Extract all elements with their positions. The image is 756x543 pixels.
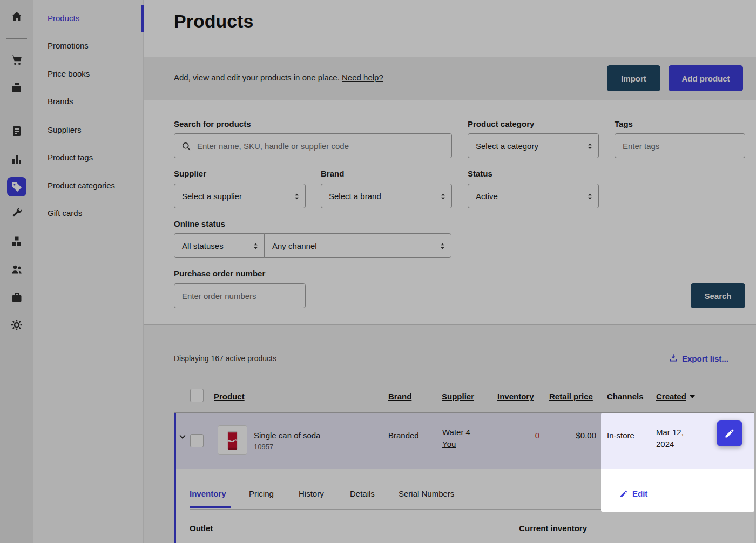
column-header-channels: Channels [607, 392, 644, 401]
tab-pricing[interactable]: Pricing [249, 489, 274, 498]
gear-icon[interactable] [10, 318, 23, 331]
tab-details[interactable]: Details [350, 489, 375, 498]
home-icon[interactable] [10, 10, 23, 23]
created-label: Created [656, 392, 686, 401]
purchase-order-field [174, 283, 306, 308]
brand-select[interactable]: Select a brand [321, 184, 452, 208]
column-header-inventory[interactable]: Inventory [497, 392, 534, 401]
ledger-icon[interactable] [10, 125, 23, 138]
sidebar-item-products[interactable]: Products [33, 12, 144, 25]
download-icon [669, 353, 678, 364]
supplier-select[interactable]: Select a supplier [174, 184, 306, 208]
stepper-icon [253, 242, 259, 252]
users-icon[interactable] [10, 263, 23, 276]
select-all-checkbox[interactable] [190, 389, 204, 402]
products-sidebar: Products Promotions Price books Brands S… [33, 0, 144, 543]
outlet-column-label: Outlet [190, 524, 213, 533]
product-thumbnail [218, 425, 247, 455]
category-label: Product category [468, 119, 534, 128]
search-label: Search for products [174, 119, 251, 128]
sidebar-item-product-tags[interactable]: Product tags [33, 151, 144, 164]
tab-history[interactable]: History [299, 489, 324, 498]
status-label: Status [468, 169, 492, 178]
intro-banner: Add, view and edit your products in one … [144, 57, 756, 100]
tab-inventory[interactable]: Inventory [190, 489, 226, 498]
online-status-label: Online status [174, 219, 225, 228]
need-help-link[interactable]: Need help? [342, 73, 383, 82]
stepper-icon [294, 192, 300, 202]
expanded-row-accent-bar [174, 413, 176, 543]
column-header-retail-price[interactable]: Retail price [549, 392, 593, 401]
row-inventory-value: 0 [497, 431, 539, 440]
stepper-icon [587, 192, 593, 202]
product-sku: 10957 [254, 443, 273, 451]
tags-field [615, 133, 745, 158]
stepper-icon [440, 242, 446, 252]
product-search-field [174, 133, 452, 158]
sidebar-item-promotions[interactable]: Promotions [33, 39, 144, 52]
tag-icon-active[interactable] [7, 177, 26, 196]
stepper-icon [587, 142, 593, 152]
supplier-label: Supplier [174, 169, 206, 178]
current-inventory-column-label: Current inventory [511, 524, 587, 533]
row-supplier-link[interactable]: Water 4 You [442, 426, 476, 450]
import-button[interactable]: Import [607, 65, 660, 91]
column-header-brand[interactable]: Brand [388, 392, 411, 401]
wrench-icon[interactable] [10, 207, 23, 220]
chart-icon[interactable] [10, 153, 23, 166]
briefcase-icon[interactable] [10, 291, 23, 304]
register-icon[interactable] [10, 81, 23, 94]
add-product-button[interactable]: Add product [669, 65, 743, 91]
table-header-row: Product Brand Supplier Inventory Retail … [174, 378, 754, 413]
page-title: Products [174, 11, 253, 32]
purchase-order-input[interactable] [174, 284, 305, 308]
boxes-icon[interactable] [10, 235, 23, 248]
status-select-value: Active [476, 192, 498, 201]
sidebar-item-brands[interactable]: Brands [33, 95, 144, 108]
tabs-divider [190, 509, 601, 510]
search-icon [181, 141, 192, 154]
tags-input[interactable] [615, 134, 745, 158]
banner-text: Add, view and edit your products in one … [174, 73, 383, 82]
export-list-label: Export list... [682, 354, 728, 363]
supplier-select-value: Select a supplier [182, 192, 242, 201]
search-button[interactable]: Search [691, 283, 745, 308]
column-header-product[interactable]: Product [214, 392, 245, 401]
online-status-select[interactable]: All statuses [174, 233, 265, 258]
products-page: Products Promotions Price books Brands S… [0, 0, 756, 543]
sidebar-item-price-books[interactable]: Price books [33, 67, 144, 80]
category-select[interactable]: Select a category [468, 133, 599, 158]
search-input[interactable] [174, 134, 451, 158]
cart-icon[interactable] [10, 53, 23, 66]
online-channel-select-value: Any channel [272, 241, 317, 250]
tour-spotlight [601, 413, 754, 512]
row-checkbox[interactable] [190, 434, 204, 447]
column-header-supplier[interactable]: Supplier [442, 392, 474, 401]
online-channel-select[interactable]: Any channel [264, 233, 451, 258]
pencil-icon [724, 428, 735, 439]
status-select[interactable]: Active [468, 184, 599, 208]
category-select-value: Select a category [476, 141, 538, 151]
sort-caret-icon [690, 395, 695, 398]
stepper-icon [440, 192, 446, 202]
export-list-link[interactable]: Export list... [669, 353, 728, 364]
sidebar-item-suppliers[interactable]: Suppliers [33, 124, 144, 137]
row-retail-price: $0.00 [549, 431, 596, 440]
banner-message: Add, view and edit your products in one … [174, 73, 340, 82]
sidebar-item-product-categories[interactable]: Product categories [33, 179, 144, 192]
purchase-order-label: Purchase order number [174, 269, 265, 278]
collapse-chevron-icon[interactable] [178, 432, 187, 443]
results-summary: Displaying 167 active products [174, 354, 276, 363]
online-status-select-value: All statuses [182, 241, 224, 250]
brand-select-value: Select a brand [329, 192, 381, 201]
rail-divider [6, 38, 27, 39]
row-brand-link[interactable]: Branded [388, 431, 419, 440]
brand-label: Brand [321, 169, 344, 178]
sidebar-item-gift-cards[interactable]: Gift cards [33, 207, 144, 220]
tags-label: Tags [615, 119, 633, 128]
tour-edit-button[interactable] [717, 420, 742, 446]
active-tab-underline [190, 506, 231, 508]
column-header-created[interactable]: Created [656, 392, 695, 401]
product-name-link[interactable]: Single can of soda [254, 431, 320, 440]
tab-serial-numbers[interactable]: Serial Numbers [399, 489, 454, 498]
